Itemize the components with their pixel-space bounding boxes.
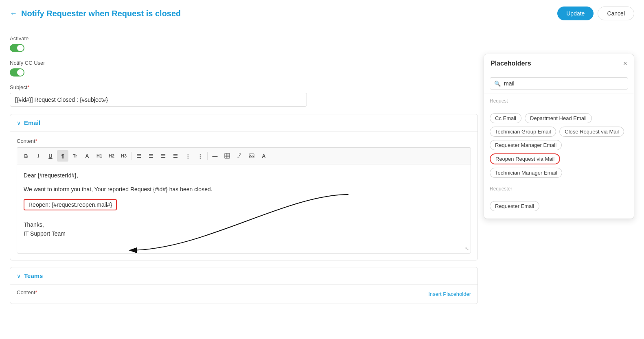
main-content: Activate Notify CC User Subject* ∨ Email… bbox=[0, 27, 644, 312]
toolbar-italic[interactable]: I bbox=[33, 150, 44, 162]
svg-rect-0 bbox=[225, 153, 230, 158]
toolbar-sep-1 bbox=[131, 152, 131, 160]
toolbar-image[interactable] bbox=[246, 150, 257, 162]
requester-tags: Requester Email bbox=[484, 199, 634, 215]
subject-input[interactable] bbox=[10, 93, 307, 107]
request-divider bbox=[490, 108, 628, 108]
activate-section: Activate bbox=[10, 35, 634, 53]
toolbar-align-right[interactable]: ☰ bbox=[158, 150, 169, 162]
header: ← Notify Requester when Request is close… bbox=[0, 0, 644, 27]
editor-body[interactable]: Dear {#requesterId#}, We want to inform … bbox=[17, 164, 471, 254]
toolbar-paragraph[interactable]: ¶ bbox=[57, 150, 68, 162]
page-wrapper: ← Notify Requester when Request is close… bbox=[0, 0, 644, 339]
reopen-box: Reopen: {#request.reopen.mail#} bbox=[24, 199, 117, 210]
tag-requester-email[interactable]: Requester Email bbox=[490, 201, 539, 211]
svg-point-6 bbox=[250, 155, 251, 156]
back-arrow-icon[interactable]: ← bbox=[10, 9, 17, 18]
request-tags: Cc Email Department Head Email Technicia… bbox=[484, 111, 634, 182]
toolbar-text[interactable]: Tr bbox=[69, 150, 81, 162]
svg-rect-5 bbox=[249, 154, 254, 158]
tag-cc-email[interactable]: Cc Email bbox=[490, 113, 521, 123]
tag-tech-group-email[interactable]: Technician Group Email bbox=[490, 127, 556, 137]
teams-section: ∨ Teams Content* Insert Placeholder bbox=[10, 267, 478, 304]
editor-toolbar: B I U ¶ Tr A H1 H2 H3 ☰ ☰ ☰ ☰ ⋮ ⋮ bbox=[17, 147, 471, 164]
toolbar-link[interactable] bbox=[234, 150, 245, 162]
insert-placeholder-link[interactable]: Insert Placeholder bbox=[428, 291, 471, 297]
placeholder-section-requester: Requester Requester Email bbox=[484, 182, 634, 215]
email-section-title: Email bbox=[24, 119, 40, 126]
tag-reopen-request-mail[interactable]: Reopen Request via Mail bbox=[490, 153, 560, 164]
email-chevron-icon: ∨ bbox=[17, 120, 21, 126]
editor-thanks: Thanks, IT Support Team bbox=[24, 220, 464, 238]
toolbar-bold[interactable]: B bbox=[20, 150, 32, 162]
teams-chevron-icon: ∨ bbox=[17, 273, 21, 279]
editor-line-1: Dear {#requesterId#}, bbox=[24, 171, 464, 180]
toolbar-underline[interactable]: U bbox=[45, 150, 56, 162]
toolbar-h1[interactable]: H1 bbox=[94, 150, 105, 162]
teams-section-title: Teams bbox=[24, 272, 43, 279]
requester-divider bbox=[490, 196, 628, 196]
toolbar-hr[interactable]: — bbox=[209, 150, 221, 162]
notify-cc-toggle[interactable] bbox=[10, 68, 24, 77]
search-icon: 🔍 bbox=[494, 81, 501, 87]
tag-requester-manager-email[interactable]: Requester Manager Email bbox=[490, 140, 562, 150]
editor-section: Content* B I U ¶ Tr A H1 H2 H3 ☰ ☰ ☰ bbox=[10, 131, 478, 260]
toolbar-more[interactable]: A bbox=[258, 150, 269, 162]
placeholders-panel: Placeholders × 🔍 Request Cc Email Depart… bbox=[484, 54, 634, 219]
tag-tech-manager-email[interactable]: Technician Manager Email bbox=[490, 168, 562, 178]
toolbar-num-list[interactable]: ⋮ bbox=[194, 150, 206, 162]
resize-handle-icon[interactable]: ⤡ bbox=[465, 246, 469, 252]
activate-toggle[interactable] bbox=[10, 44, 24, 52]
editor-line-2: We want to inform you that, Your reporte… bbox=[24, 185, 464, 194]
update-button[interactable]: Update bbox=[557, 7, 594, 20]
teams-content-label: Content* bbox=[17, 289, 37, 295]
email-section: ∨ Email Content* B I U ¶ Tr A H1 H2 H3 bbox=[10, 114, 478, 260]
search-wrapper: 🔍 bbox=[490, 77, 628, 90]
panel-title: Placeholders bbox=[491, 60, 531, 67]
tag-close-request-mail[interactable]: Close Request via Mail bbox=[559, 127, 624, 137]
cancel-button[interactable]: Cancel bbox=[598, 7, 634, 20]
content-label: Content* bbox=[17, 138, 471, 144]
toolbar-h3[interactable]: H3 bbox=[118, 150, 129, 162]
panel-close-button[interactable]: × bbox=[623, 60, 627, 67]
tag-dept-head-email[interactable]: Department Head Email bbox=[525, 113, 592, 123]
toolbar-font[interactable]: A bbox=[81, 150, 93, 162]
toolbar-sep-2 bbox=[207, 152, 208, 160]
requester-section-label: Requester bbox=[484, 182, 634, 193]
email-section-header[interactable]: ∨ Email bbox=[10, 114, 478, 131]
page-title: Notify Requester when Request is closed bbox=[21, 9, 181, 18]
toolbar-align-left[interactable]: ☰ bbox=[133, 150, 145, 162]
teams-section-header[interactable]: ∨ Teams bbox=[10, 267, 478, 284]
toolbar-table[interactable] bbox=[221, 150, 233, 162]
toolbar-align-justify[interactable]: ☰ bbox=[170, 150, 181, 162]
panel-header: Placeholders × bbox=[484, 54, 634, 73]
search-input[interactable] bbox=[504, 80, 624, 87]
toolbar-h2[interactable]: H2 bbox=[106, 150, 117, 162]
panel-search: 🔍 bbox=[484, 73, 634, 94]
panel-body: Request Cc Email Department Head Email T… bbox=[484, 94, 634, 219]
header-left: ← Notify Requester when Request is close… bbox=[10, 9, 181, 18]
toolbar-align-center[interactable]: ☰ bbox=[145, 150, 157, 162]
header-actions: Update Cancel bbox=[557, 7, 634, 20]
request-section-label: Request bbox=[484, 94, 634, 105]
toolbar-bullet-list[interactable]: ⋮ bbox=[182, 150, 193, 162]
activate-label: Activate bbox=[10, 35, 634, 42]
teams-content: Content* Insert Placeholder bbox=[10, 284, 478, 304]
placeholder-section-request: Request Cc Email Department Head Email T… bbox=[484, 94, 634, 182]
